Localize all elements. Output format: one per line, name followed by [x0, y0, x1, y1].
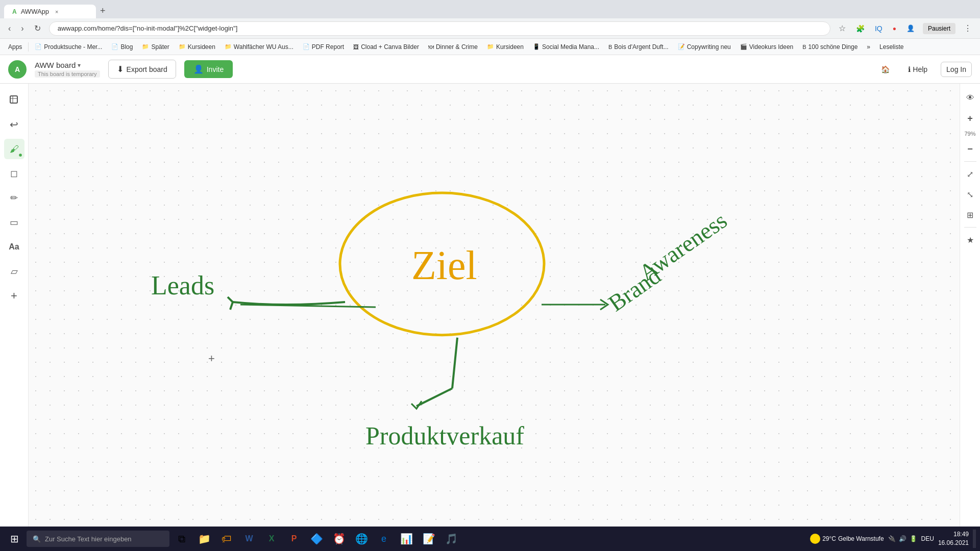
help-button[interactable]: ℹ Help: [903, 62, 933, 77]
bookmark-label: 100 schöne Dinge: [808, 43, 858, 51]
powerpoint-button[interactable]: P: [284, 529, 304, 549]
bookmark-social[interactable]: 📱 Social Media Mana...: [529, 42, 603, 52]
board-name-text: AWW board: [35, 61, 76, 69]
bookmark-leseliste[interactable]: Leseliste: [875, 42, 908, 52]
bookmark-pdf[interactable]: 📄 PDF Report: [299, 42, 348, 52]
taskbar-right: 29°C Gelbe Warnstufe 🔌 🔊 🔋 DEU 18:49 16.…: [810, 530, 976, 548]
zoom-level-display: 79%: [964, 131, 975, 137]
notes-button[interactable]: 📝: [419, 529, 439, 549]
app1-icon: 🏷: [222, 533, 232, 545]
edge-button[interactable]: e: [374, 529, 394, 549]
settings-button[interactable]: ⋮: [962, 21, 974, 35]
bookmark-spaeter[interactable]: 📁 Später: [138, 42, 173, 52]
extensions-button[interactable]: 🧩: [854, 22, 867, 35]
user-button[interactable]: 👤: [904, 22, 917, 34]
bookmark-label: Später: [151, 43, 169, 51]
close-tab-button[interactable]: ×: [55, 9, 58, 15]
bookmark-icon: 📄: [303, 43, 310, 50]
login-button[interactable]: Log In: [941, 62, 972, 77]
app3-button[interactable]: ⏰: [329, 529, 349, 549]
expand-button[interactable]: ⤢: [962, 166, 978, 182]
bookmark-kursideen2[interactable]: 📁 Kursideen: [483, 42, 528, 52]
divider: [964, 227, 976, 228]
bookmark-label: Copywriting neu: [687, 43, 731, 51]
bookmark-video[interactable]: 🎬 Videokurs Ideen: [736, 42, 798, 52]
pencil-tool[interactable]: ✏: [4, 188, 24, 208]
app2-button[interactable]: 🔷: [306, 529, 327, 549]
logo-text: A: [15, 65, 20, 73]
star-icon: ★: [967, 235, 974, 245]
board-name[interactable]: AWW board ▾: [35, 61, 100, 69]
bookmark-icon: B: [608, 44, 612, 50]
show-desktop-button[interactable]: [973, 530, 976, 548]
bookmark-bois[interactable]: B Bois d'Argent Duft...: [604, 42, 673, 52]
visibility-button[interactable]: 👁: [962, 90, 978, 106]
bookmark-icon: 📄: [111, 43, 118, 50]
bookmark-label: Kursideen: [496, 43, 524, 51]
reload-button[interactable]: ↻: [32, 21, 43, 35]
text-tool[interactable]: Aa: [4, 237, 24, 257]
plus-icon: +: [11, 289, 17, 303]
taskbar: ⊞ 🔍 Zur Suche Text hier eingeben ⧉ 📁 🏷 W…: [0, 527, 980, 551]
spotify-button[interactable]: 🎵: [441, 529, 461, 549]
right-sidebar: 👁 + 79% − ⤢ ⤡ ⊞ ★: [960, 84, 980, 531]
bookmark-kursideen[interactable]: 📁 Kursideen: [175, 42, 219, 52]
task-view-button[interactable]: ⧉: [172, 529, 192, 549]
home-icon: 🏠: [881, 65, 890, 73]
rectangle-tool[interactable]: ▭: [4, 212, 24, 233]
bookmark-button[interactable]: ☆: [837, 21, 848, 35]
sticky-note-tool[interactable]: ▱: [4, 261, 24, 282]
main-area: ↩ 🖌 ◻ ✏ ▭ Aa ▱ +: [0, 84, 980, 531]
bookmark-cload[interactable]: 🖼 Cload + Canva Bilder: [349, 42, 423, 52]
windows-icon: ⊞: [10, 533, 19, 545]
profile-button[interactable]: IQ: [873, 22, 885, 35]
notes-icon: 📝: [423, 533, 435, 545]
word-button[interactable]: W: [239, 529, 259, 549]
undo-tool[interactable]: ↩: [4, 114, 24, 135]
back-button[interactable]: ‹: [6, 22, 13, 35]
move-button[interactable]: ⤡: [962, 186, 978, 203]
ppt-icon: P: [291, 534, 297, 543]
eraser-tool[interactable]: ◻: [4, 163, 24, 184]
star-button[interactable]: ★: [962, 232, 978, 248]
brush-tool[interactable]: 🖌: [4, 139, 24, 159]
app4-button[interactable]: 📊: [396, 529, 416, 549]
apps-button[interactable]: Apps: [4, 42, 26, 52]
fit-button[interactable]: ⊞: [962, 207, 978, 223]
cursor-icon: [9, 94, 20, 106]
zoom-out-button[interactable]: −: [962, 141, 978, 157]
canvas-area[interactable]: Ziel Leads Brand Awareness: [29, 84, 960, 531]
system-icons: 🔌 🔊 🔋: [888, 535, 917, 542]
excel-button[interactable]: X: [261, 529, 282, 549]
export-label: Export board: [127, 65, 167, 73]
invite-button[interactable]: 👤 Invite: [184, 60, 233, 78]
sync-button[interactable]: ●: [891, 23, 898, 34]
explorer-button[interactable]: 📁: [194, 529, 214, 549]
chrome-button[interactable]: 🌐: [351, 529, 372, 549]
start-button[interactable]: ⊞: [4, 529, 24, 549]
app1-button[interactable]: 🏷: [216, 529, 237, 549]
bookmark-more[interactable]: »: [863, 42, 874, 52]
info-icon: ℹ: [908, 65, 911, 73]
tab-title: AWWApp: [21, 8, 49, 15]
add-element-tool[interactable]: +: [4, 286, 24, 306]
bookmark-dinner[interactable]: 🍽 Dinner & Crime: [424, 42, 482, 52]
home-button[interactable]: 🏠: [876, 62, 895, 77]
url-bar[interactable]: awwapp.com/home/?dis=["no-init-modal"]%2…: [49, 21, 830, 36]
taskbar-search[interactable]: 🔍 Zur Suche Text hier eingeben: [27, 531, 169, 547]
weather-display: 29°C Gelbe Warnstufe: [810, 534, 884, 544]
select-tool[interactable]: [4, 90, 24, 110]
bookmark-100[interactable]: B 100 schöne Dinge: [798, 42, 862, 52]
bookmark-blog[interactable]: 📄 Blog: [107, 42, 137, 52]
export-board-button[interactable]: ⬇ Export board: [108, 60, 176, 79]
bookmark-copy[interactable]: 📝 Copywriting neu: [674, 42, 735, 52]
new-tab-button[interactable]: +: [96, 4, 110, 18]
bookmark-folder-icon: 📁: [487, 43, 494, 50]
bookmark-wahlf[interactable]: 📁 Wahlfächer WU Aus...: [220, 42, 298, 52]
zoom-in-button[interactable]: +: [962, 110, 978, 127]
paused-button[interactable]: Pausiert: [923, 23, 955, 34]
active-tab[interactable]: A AWWApp ×: [4, 5, 96, 18]
bookmark-produktsuche[interactable]: 📄 Produktsuche - Mer...: [31, 42, 106, 52]
bookmark-folder-icon: 📁: [142, 43, 149, 50]
forward-button[interactable]: ›: [19, 22, 26, 35]
